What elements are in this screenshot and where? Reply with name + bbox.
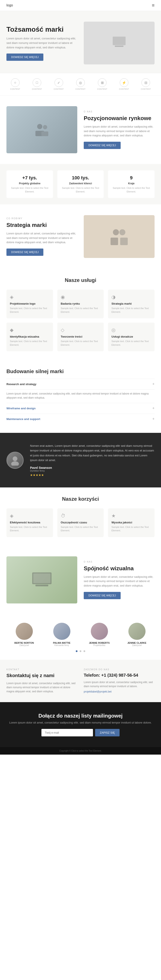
about-cta-button[interactable]: DOWIEDZ SIĘ WIĘCEJ — [84, 142, 121, 149]
newsletter-section: Dołącz do naszej listy mailingowej Lorem… — [0, 702, 161, 747]
hero-image — [84, 22, 155, 64]
hero-section: Tożsamość marki Lorem ipsum dolor sit am… — [0, 11, 161, 73]
member-role-1: Kierownik firmy — [44, 644, 79, 646]
contact-desc-right: Lorem ipsum dolor sit amet, consectetur … — [84, 680, 155, 689]
service-icon-2: ◑ — [111, 294, 151, 300]
contact-desc-left: Lorem ipsum dolor sit amet, consectetur … — [6, 681, 77, 694]
visual-section: O NAS Spójność wizualna Lorem ipsum dolo… — [0, 546, 161, 614]
services-title: Nasze usługi — [6, 277, 155, 283]
svg-point-7 — [119, 229, 126, 235]
newsletter-submit-button[interactable]: ZAPISZ SIĘ — [95, 729, 119, 737]
svg-rect-13 — [33, 573, 50, 583]
icon-item-5[interactable]: ⚡ CONTENT — [119, 78, 129, 90]
icon-item-0[interactable]: ○ CONTENT — [10, 78, 20, 90]
accordion-plus-0: + — [152, 382, 155, 387]
page-dot-3[interactable] — [84, 650, 85, 652]
icon-1: □ — [33, 78, 41, 87]
team-member-1: PALMA MATTIE Kierownik firmy — [44, 623, 79, 646]
contact-email: projektlabel@projekt.bet — [84, 690, 155, 693]
team-member-3: JENNIE CLARKE Założyciel — [119, 623, 155, 646]
about-label: O NAS — [84, 110, 155, 113]
hamburger-menu[interactable]: ≡ — [152, 3, 155, 8]
benefit-card-1: ⏱ Oszczędność czasu Sample text. Click t… — [57, 508, 104, 537]
page-dot-2[interactable] — [80, 650, 81, 652]
contact-phone: Telefon: +1 (324) 987-56-54 — [84, 673, 155, 678]
about-section: O NAS Pozycjonowanie rynkowe Lorem ipsum… — [0, 95, 161, 164]
accordion-title-0: Research and strategy — [6, 383, 36, 386]
benefit-card-2: ★ Wysoka jakości Sample text. Click to s… — [108, 508, 155, 537]
icon-row: ○ CONTENT □ CONTENT ✓ CONTENT ◎ CONTENT … — [0, 73, 161, 95]
svg-point-6 — [113, 229, 119, 235]
service-desc-4: Sample text. Click to select the Text El… — [61, 339, 100, 347]
accordion-plus-1: + — [152, 406, 155, 410]
stat-label-0: Projekty globalne — [10, 182, 50, 185]
service-desc-5: Sample text. Click to select the Text El… — [111, 339, 151, 347]
accordion-item-0[interactable]: Research and strategy + — [6, 379, 155, 390]
footer-text: Copyright © Click to select the Text Ele… — [6, 750, 155, 752]
strategy-image — [84, 215, 155, 258]
svg-rect-14 — [35, 585, 48, 586]
newsletter-title: Dołącz do naszej listy mailingowej — [6, 713, 155, 719]
member-photo-1 — [53, 623, 71, 640]
testimonial-content: Nomen erat autem, Lorem ipsum dolor amet… — [30, 444, 155, 477]
icon-label-6: CONTENT — [141, 88, 151, 90]
svg-rect-9 — [120, 238, 128, 245]
stat-num-2: 9 — [111, 175, 151, 181]
member-name-2: JENNIE ROBERTS — [82, 641, 117, 644]
strategy-text-block: CO ROBIMY Strategia marki Lorem ipsum do… — [6, 217, 77, 256]
svg-point-2 — [37, 124, 42, 129]
svg-rect-0 — [113, 37, 126, 45]
benefit-icon-1: ⏱ — [61, 513, 100, 519]
svg-point-4 — [43, 125, 47, 129]
icon-item-3[interactable]: ◎ CONTENT — [75, 78, 85, 90]
contact-label-right: ZADZWOŃ DO NAS — [84, 668, 155, 671]
newsletter-form: ZAPISZ SIĘ — [6, 729, 155, 737]
icon-item-2[interactable]: ✓ CONTENT — [54, 78, 64, 90]
icon-item-6[interactable]: ⊟ CONTENT — [141, 78, 151, 90]
page-dot-1[interactable] — [76, 650, 77, 652]
visual-title: Spójność wizualna — [84, 565, 155, 572]
about-title: Pozycjonowanie rynkowe — [84, 115, 155, 122]
strategy-cta-button[interactable]: DOWIEDZ SIĘ WIĘCEJ — [6, 248, 43, 256]
member-photo-2 — [91, 623, 108, 640]
service-title-4: Tworzenie treści — [61, 335, 100, 338]
team-member-2: JENNIE ROBERTS Projektantka — [82, 623, 117, 646]
service-card-1: ◉ Badania rynku Sample text. Click to se… — [57, 290, 104, 318]
accordion-item-2[interactable]: Maintenance and support + — [6, 414, 155, 424]
icon-4: ⊞ — [98, 78, 106, 87]
accordion-title-2: Maintenance and support — [6, 417, 40, 421]
icon-item-4[interactable]: ⊞ CONTENT — [97, 78, 107, 90]
accordion-item-1[interactable]: Wireframe and design + — [6, 403, 155, 414]
service-card-2: ◑ Strategia marki Sample text. Click to … — [108, 290, 155, 318]
services-grid: ◈ Projektowanie logo Sample text. Click … — [6, 290, 155, 351]
service-desc-2: Sample text. Click to select the Text El… — [111, 307, 151, 313]
stat-label-2: Kraje — [111, 182, 151, 185]
hero-title: Tożsamość marki — [6, 25, 77, 33]
service-card-5: ◎ Usługi doradcze Sample text. Click to … — [108, 323, 155, 351]
icon-label-1: CONTENT — [32, 88, 42, 90]
icon-item-1[interactable]: □ CONTENT — [32, 78, 42, 90]
icon-5: ⚡ — [120, 78, 128, 87]
visual-text-block: O NAS Spójność wizualna Lorem ipsum dolo… — [84, 561, 155, 599]
member-photo-3 — [128, 623, 145, 640]
hero-cta-button[interactable]: DOWIEDZ SIĘ WIĘCEJ — [6, 54, 43, 61]
visual-cta-button[interactable]: DOWIEDZ SIĘ WIĘCEJ — [84, 592, 121, 599]
benefit-title-1: Oszczędność czasu — [61, 521, 100, 524]
newsletter-desc: Lorem ipsum dolor sit amet, consectetur … — [6, 721, 155, 724]
newsletter-email-input[interactable] — [42, 729, 93, 737]
testimonial-role: Dyrektor firmy — [30, 469, 155, 472]
contact-right-block: ZADZWOŃ DO NAS Telefon: +1 (324) 987-56-… — [84, 668, 155, 694]
about-image — [6, 106, 77, 153]
visual-label: O NAS — [84, 561, 155, 563]
benefits-section: Nasze korzyści ◈ Efektywność kosztowa Sa… — [0, 487, 161, 546]
stats-section: +7 tys. Projekty globalne Sample text. C… — [0, 164, 161, 204]
testimonial-stars: ★★★★★ — [30, 473, 155, 477]
service-desc-3: Sample text. Click to select the Text El… — [10, 339, 50, 347]
hero-text-block: Tożsamość marki Lorem ipsum dolor sit am… — [6, 25, 84, 61]
benefit-title-2: Wysoka jakości — [111, 521, 151, 524]
stat-desc-1: Sample text. Click to select the Text El… — [61, 186, 100, 193]
strategy-section: CO ROBIMY Strategia marki Lorem ipsum do… — [0, 204, 161, 269]
stat-card-0: +7 tys. Projekty globalne Sample text. C… — [6, 170, 53, 198]
testimonial-avatar — [6, 452, 24, 469]
pagination — [6, 646, 155, 655]
